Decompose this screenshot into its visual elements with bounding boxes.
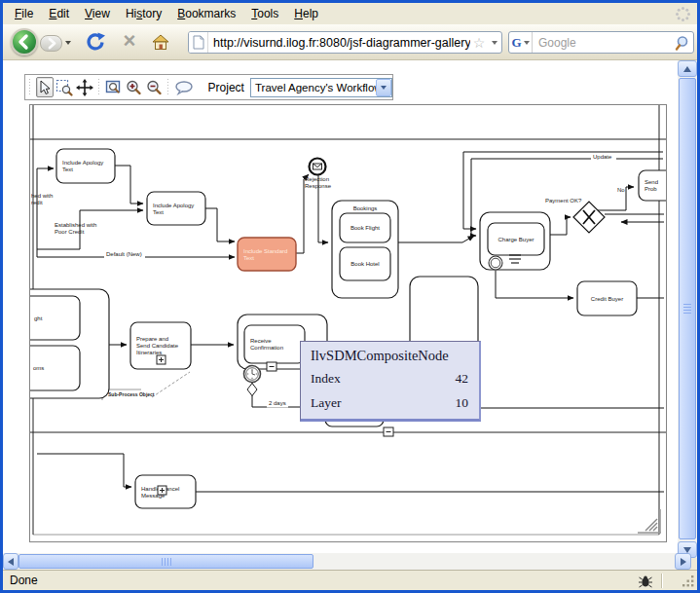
search-input[interactable]: Google (533, 36, 672, 50)
window-resize-grip[interactable] (682, 575, 695, 588)
include-standard-text[interactable]: Include StandardText (238, 238, 296, 271)
forward-arrow-icon (41, 36, 61, 51)
diagram-canvas[interactable]: Include ApologyTextInclude ApologyTextIn… (29, 104, 667, 542)
zoom-in-icon (125, 79, 142, 96)
workflow-diagram: Include ApologyTextInclude ApologyTextIn… (30, 105, 666, 541)
message-event[interactable] (310, 159, 326, 175)
scroll-right-button[interactable] (675, 553, 691, 570)
horizontal-scroll-thumb[interactable] (18, 554, 313, 569)
flight-node-clipped[interactable]: ght (30, 296, 80, 340)
url-input[interactable]: http://visurnd.ilog.fr:8080/jsf-diagramm… (208, 36, 470, 50)
bug-icon[interactable] (638, 574, 653, 588)
handle-cancel-message[interactable]: Handle CancelMessage (135, 475, 196, 508)
bookings-container-title: Bookings (353, 205, 378, 211)
diagram-toolbar: Project Travel Agency's Workflow (24, 74, 393, 100)
url-dropdown-icon[interactable] (488, 41, 501, 45)
tooltip-row: Layer 10 (311, 395, 468, 420)
tooltip-row-value: 42 (456, 371, 469, 395)
cursor-arrow-icon (37, 80, 52, 95)
menu-view[interactable]: View (77, 4, 118, 23)
scroll-left-button[interactable] (3, 553, 18, 570)
prepare-send-candidate-itineraries[interactable]: Prepare andSend CandidateItineraries (130, 322, 191, 369)
tooltip-row-name: Layer (311, 395, 341, 420)
history-dropdown-icon[interactable] (65, 41, 71, 45)
rooms-node-clipped-label: oms (33, 365, 44, 371)
bookmark-star-icon[interactable]: ☆ (470, 35, 488, 51)
tooltip-row: Index 42 (311, 371, 468, 395)
book-flight-label: Book Flight (350, 225, 380, 231)
back-button[interactable] (11, 28, 38, 56)
diagram-label: RejectionResponse (305, 176, 332, 189)
node-tooltip: IlvSDMCompositeNode Index 42 Layer 10 (300, 341, 481, 422)
book-flight[interactable]: Book Flight (340, 213, 390, 242)
diagram-label: 2 days (269, 400, 286, 406)
forward-button[interactable] (40, 35, 62, 52)
zoom-out-icon (145, 79, 163, 96)
speech-bubble-icon (174, 80, 194, 95)
tooltip-title: IlvSDMCompositeNode (311, 348, 468, 364)
rooms-node-clipped[interactable]: oms (30, 346, 80, 390)
canvas-resize-grip[interactable] (634, 509, 663, 535)
page-icon (189, 32, 208, 53)
menubar: File Edit View History Bookmarks Tools H… (3, 3, 697, 24)
vertical-scroll-thumb[interactable] (679, 78, 696, 539)
charge-buyer-label: Charge Buyer (497, 237, 534, 242)
include-apology-text-1[interactable]: Include ApologyText (56, 149, 115, 183)
send-problem[interactable]: SendProb (639, 170, 666, 201)
link-event[interactable] (489, 256, 502, 270)
url-bar[interactable]: http://visurnd.ilog.fr:8080/jsf-diagramm… (188, 31, 502, 54)
fit-to-window-tool-button[interactable] (105, 77, 123, 97)
search-magnifier-icon[interactable] (672, 34, 693, 52)
search-engine-icon[interactable]: G (509, 32, 533, 53)
scroll-up-button[interactable] (678, 60, 697, 77)
project-label: Project (208, 81, 244, 94)
include-apology-text-2[interactable]: Include ApologyText (147, 192, 205, 225)
menu-bookmarks[interactable]: Bookmarks (169, 4, 243, 23)
diagram-label: Default (New) (106, 251, 142, 257)
gateway-x[interactable] (573, 202, 605, 233)
reload-button[interactable] (85, 31, 106, 53)
back-arrow-icon (13, 30, 36, 54)
combo-dropdown-icon[interactable] (376, 79, 391, 96)
receive-confirmation[interactable]: ReceiveConfirmation (244, 325, 305, 363)
select-tool-button[interactable] (36, 77, 55, 97)
small-diamond[interactable] (247, 384, 257, 396)
stop-button[interactable]: × (118, 27, 141, 55)
zoom-out-tool-button[interactable] (145, 77, 163, 97)
zoom-in-tool-button[interactable] (125, 77, 142, 97)
toolbar-separator (97, 79, 101, 96)
fit-to-window-icon (105, 79, 123, 96)
timer-event[interactable] (244, 366, 261, 383)
menu-history[interactable]: History (118, 4, 169, 23)
menu-tools[interactable]: Tools (243, 4, 286, 23)
credit-buyer-label: Credit Buyer (591, 296, 623, 302)
minus-box[interactable] (267, 362, 276, 371)
diagram-label: Payment OK? (545, 198, 582, 204)
book-hotel[interactable]: Book Hotel (340, 247, 390, 280)
tooltip-row-name: Index (311, 371, 341, 395)
zoom-select-tool-button[interactable] (55, 77, 73, 97)
diagram-label: Established withPoor Credit (55, 222, 96, 235)
pan-tool-button[interactable] (76, 77, 93, 97)
statusbar: Done (3, 570, 697, 590)
minus-box[interactable] (384, 427, 393, 436)
credit-buyer[interactable]: Credit Buyer (577, 281, 637, 315)
menu-file[interactable]: File (7, 4, 41, 23)
menu-help[interactable]: Help (286, 4, 326, 23)
navigation-toolbar: × http://visurnd.ilog.fr:8080/jsf-diagra… (3, 24, 697, 60)
diagram-label: Update (593, 154, 612, 160)
toolbar-separator (28, 79, 32, 96)
book-hotel-label: Book Hotel (350, 261, 379, 267)
toolbar-separator (166, 79, 170, 96)
flight-node-clipped-label: ght (34, 315, 43, 321)
home-button[interactable] (151, 32, 170, 52)
search-box[interactable]: G Google (508, 31, 694, 54)
menu-edit[interactable]: Edit (41, 4, 77, 23)
project-select[interactable]: Travel Agency's Workflow (250, 78, 392, 97)
charge-buyer[interactable]: Charge Buyer (488, 223, 544, 255)
project-select-value: Travel Agency's Workflow (251, 82, 376, 93)
page-content: Project Travel Agency's Workflow Include… (3, 60, 678, 553)
comment-tool-button[interactable] (174, 77, 194, 97)
statusbar-separator (661, 574, 663, 588)
throbber-icon (675, 6, 691, 22)
